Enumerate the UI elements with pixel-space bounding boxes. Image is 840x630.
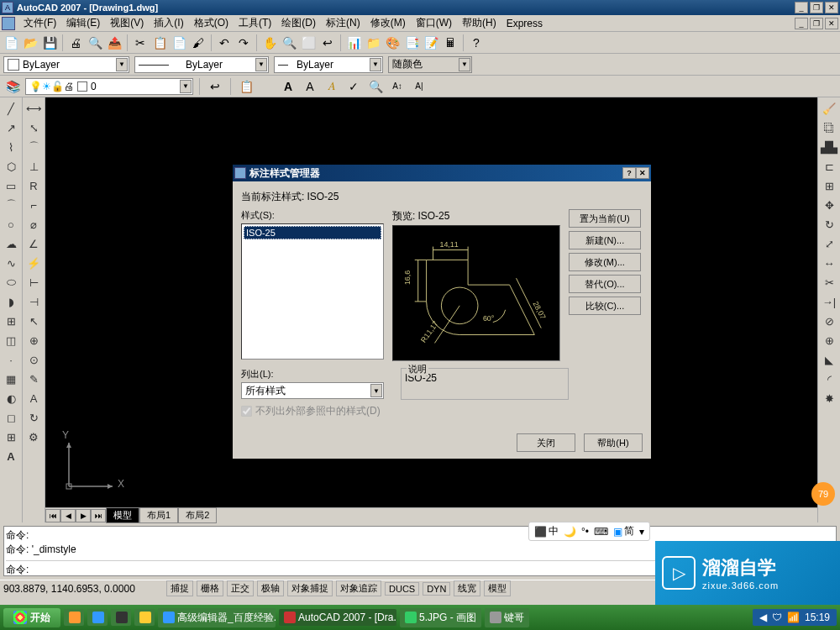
- dim-jogged-icon[interactable]: ⌐: [24, 196, 43, 214]
- doc-close-button[interactable]: ✕: [825, 18, 838, 29]
- chamfer-icon[interactable]: ◣: [820, 350, 838, 369]
- dim-angular-icon[interactable]: ∠: [24, 234, 43, 253]
- tab-first-icon[interactable]: ⏮: [45, 509, 60, 522]
- task-paint[interactable]: 5.JPG - 画图: [400, 608, 481, 627]
- compare-button[interactable]: 比较(C)...: [569, 297, 641, 315]
- spline-icon[interactable]: ∿: [2, 254, 20, 272]
- dim-baseline-icon[interactable]: ⊢: [24, 273, 43, 291]
- scale-icon[interactable]: ⤢: [820, 234, 838, 253]
- lwt-toggle[interactable]: 线宽: [454, 580, 480, 596]
- menu-view[interactable]: 视图(V): [105, 14, 149, 32]
- sheet-icon[interactable]: 📑: [402, 34, 421, 52]
- tab-layout2[interactable]: 布局2: [178, 507, 217, 523]
- make-block-icon[interactable]: ◫: [2, 331, 20, 349]
- menu-express[interactable]: Express: [501, 16, 548, 31]
- chevron-down-icon[interactable]: ▼: [459, 58, 470, 71]
- style-item[interactable]: ISO-25: [244, 226, 381, 239]
- styles-listbox[interactable]: ISO-25: [241, 223, 384, 360]
- dialog-close-icon[interactable]: ✕: [636, 167, 649, 179]
- polar-toggle[interactable]: 极轴: [257, 580, 284, 596]
- tab-layout1[interactable]: 布局1: [139, 507, 178, 523]
- start-button[interactable]: 开始: [3, 608, 60, 627]
- move-icon[interactable]: ✥: [820, 196, 838, 214]
- menu-modify[interactable]: 修改(M): [365, 14, 411, 32]
- ortho-toggle[interactable]: 正交: [227, 580, 254, 596]
- dc-icon[interactable]: 📁: [364, 34, 382, 52]
- region-icon[interactable]: ◻: [2, 408, 20, 427]
- quick-launch-2[interactable]: [87, 609, 108, 626]
- linetype-combo[interactable]: ——— ByLayer ▼: [134, 56, 269, 73]
- color-combo[interactable]: ByLayer ▼: [3, 56, 129, 73]
- menu-insert[interactable]: 插入(I): [149, 14, 188, 32]
- dim-edit-icon[interactable]: ✎: [24, 370, 43, 388]
- chevron-down-icon[interactable]: ▼: [370, 384, 382, 397]
- new-button[interactable]: 新建(N)...: [569, 231, 641, 249]
- dim-update-icon[interactable]: ↻: [24, 408, 43, 427]
- tab-last-icon[interactable]: ⏭: [91, 509, 106, 522]
- menu-dimension[interactable]: 标注(N): [321, 14, 365, 32]
- quick-launch-3[interactable]: [111, 609, 131, 626]
- match-icon[interactable]: 🖌: [189, 34, 207, 52]
- table-icon[interactable]: ⊞: [2, 428, 20, 446]
- dim-aligned-icon[interactable]: ⤡: [24, 118, 43, 137]
- chevron-down-icon[interactable]: ▼: [116, 58, 128, 71]
- otrack-toggle[interactable]: 对象追踪: [336, 580, 381, 596]
- dim-linear-icon[interactable]: ⟷: [24, 99, 43, 118]
- dim-arc-icon[interactable]: ⌒: [24, 138, 43, 156]
- task-autocad[interactable]: AutoCAD 2007 - [Dra...: [279, 609, 396, 626]
- task-browser[interactable]: 高级编辑器_百度经验...: [158, 608, 276, 627]
- copy-icon[interactable]: 📋: [150, 34, 169, 52]
- text-scale-icon[interactable]: A↕: [388, 77, 407, 96]
- text-style-icon[interactable]: 𝐴: [323, 77, 341, 96]
- quick-launch-4[interactable]: [134, 609, 155, 626]
- ime-bar[interactable]: ⬛中 🌙°•⌨ ▣简 ▾: [528, 522, 650, 541]
- chevron-down-icon[interactable]: ▼: [255, 58, 267, 71]
- menu-window[interactable]: 窗口(W): [411, 14, 457, 32]
- arc-icon[interactable]: ⌒: [2, 196, 20, 214]
- maximize-button[interactable]: ❐: [810, 2, 823, 13]
- dim-style-icon[interactable]: ⚙: [24, 428, 43, 446]
- preview-icon[interactable]: 🔍: [86, 34, 104, 52]
- dialog-help-icon[interactable]: ?: [622, 167, 636, 179]
- dim-radius-icon[interactable]: R: [24, 176, 43, 195]
- close-button[interactable]: ✕: [825, 2, 838, 13]
- polygon-icon[interactable]: ⬡: [2, 157, 20, 176]
- ellipse-icon[interactable]: ⬭: [2, 273, 20, 291]
- fillet-icon[interactable]: ◜: [820, 370, 838, 388]
- ellipse-arc-icon[interactable]: ◗: [2, 292, 20, 311]
- menu-draw[interactable]: 绘图(D): [276, 14, 321, 32]
- menu-help[interactable]: 帮助(H): [457, 14, 501, 32]
- help-icon[interactable]: ?: [467, 34, 486, 52]
- new-icon[interactable]: 📄: [2, 34, 20, 52]
- dim-quick-icon[interactable]: ⚡: [24, 254, 43, 272]
- print-icon[interactable]: 🖨: [66, 34, 85, 52]
- break-icon[interactable]: ⊘: [820, 312, 838, 330]
- cut-icon[interactable]: ✂: [131, 34, 150, 52]
- publish-icon[interactable]: 📤: [105, 34, 123, 52]
- markup-icon[interactable]: 📝: [422, 34, 440, 52]
- dim-leader-icon[interactable]: ↖: [24, 312, 43, 330]
- layer-props-icon[interactable]: 📚: [3, 77, 22, 96]
- explode-icon[interactable]: ✸: [820, 389, 838, 407]
- tray-icon[interactable]: 🛡: [772, 612, 782, 623]
- tab-next-icon[interactable]: ▶: [76, 509, 91, 522]
- array-icon[interactable]: ⊞: [820, 176, 838, 195]
- dim-diameter-icon[interactable]: ⌀: [24, 215, 43, 234]
- override-button[interactable]: 替代(O)...: [569, 275, 641, 293]
- hatch-icon[interactable]: ▦: [2, 370, 20, 388]
- help-button[interactable]: 帮助(H): [584, 433, 643, 452]
- zoom-win-icon[interactable]: ⬜: [299, 34, 318, 52]
- dim-tedit-icon[interactable]: A: [24, 389, 43, 407]
- dim-center-icon[interactable]: ⊙: [24, 350, 43, 369]
- extend-icon[interactable]: →|: [820, 292, 838, 311]
- zoom-rt-icon[interactable]: 🔍: [280, 34, 298, 52]
- pline-icon[interactable]: ⌇: [2, 138, 20, 156]
- tab-model[interactable]: 模型: [106, 507, 139, 523]
- dim-continue-icon[interactable]: ⊣: [24, 292, 43, 311]
- tool-palette-icon[interactable]: 🎨: [383, 34, 402, 52]
- close-button[interactable]: 关闭: [517, 433, 575, 452]
- join-icon[interactable]: ⊕: [820, 331, 838, 349]
- dim-ordinate-icon[interactable]: ⊥: [24, 157, 43, 176]
- open-icon[interactable]: 📂: [21, 34, 39, 52]
- mtext-icon[interactable]: A: [2, 447, 20, 465]
